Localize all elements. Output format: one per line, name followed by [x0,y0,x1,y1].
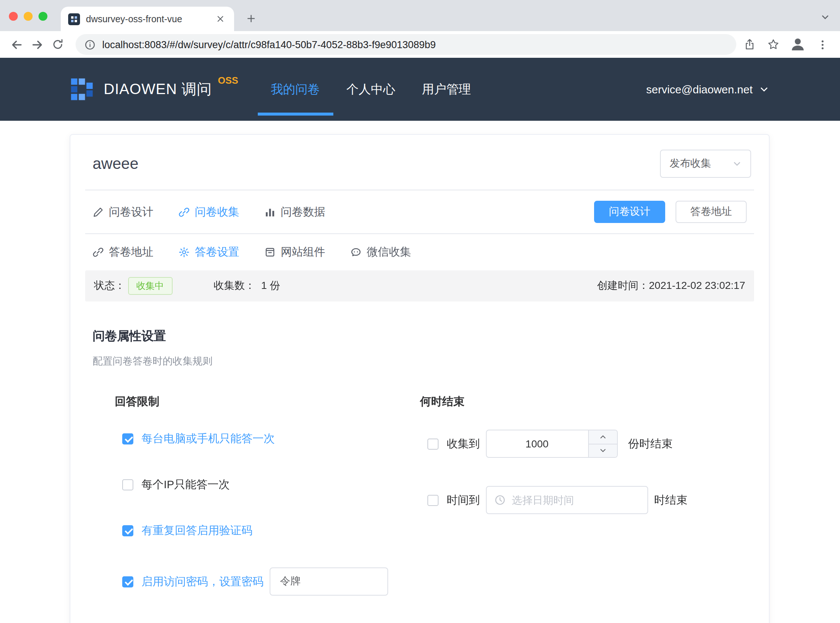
share-button[interactable] [739,34,760,55]
subtab-site-widget[interactable]: 网站组件 [264,245,325,259]
link-icon [93,247,104,258]
end-time-suffix: 时结束 [654,493,687,507]
tab-survey-collect[interactable]: 问卷收集 [178,205,239,219]
status-bar: 状态： 收集中 收集数： 1 份 创建时间： 2021-12-02 23:02:… [85,270,754,301]
browser-tab[interactable]: dwsurvey-oss-front-vue [61,7,234,31]
publish-dropdown[interactable]: 发布收集 [660,150,751,178]
close-tab-icon[interactable] [214,12,227,25]
chevron-up-icon [599,433,607,441]
subtab-wechat-collect[interactable]: 微信收集 [350,245,411,259]
collect-limit-stepper [486,430,618,458]
section-title: 问卷属性设置 [93,328,746,344]
gear-icon [178,247,190,258]
main-content: aweee 发布收集 问卷设计 [0,121,840,623]
answer-url-button[interactable]: 答卷地址 [676,201,746,223]
new-tab-button[interactable] [242,9,261,28]
option-row: 收集到 [428,430,746,458]
browser-menu-button[interactable] [812,34,832,55]
answer-limit-column: 回答限制 每台电脑或手机只能答一次 每个IP只能答一次 有重复回答启用验证码 [115,395,420,623]
option-label[interactable]: 每台电脑或手机只能答一次 [141,431,275,446]
option-row: 每个IP只能答一次 [122,476,420,493]
nav-label: 用户管理 [422,81,471,97]
nav-user-management[interactable]: 用户管理 [409,58,484,121]
subtab-label: 答卷地址 [109,245,153,259]
forward-button[interactable] [27,34,48,55]
end-condition-column: 何时结束 收集到 [420,395,746,623]
option-label[interactable]: 有重复回答启用验证码 [141,523,253,537]
tab-survey-design[interactable]: 问卷设计 [93,205,153,219]
tab-survey-data[interactable]: 问卷数据 [264,205,325,219]
checkbox-collect-limit[interactable] [428,438,438,449]
option-label[interactable]: 收集到 [447,437,480,451]
close-window-button[interactable] [9,12,18,21]
subtab-label: 微信收集 [367,245,411,259]
tab-label: 问卷数据 [281,205,325,219]
survey-design-button[interactable]: 问卷设计 [594,201,665,223]
collect-subtabs: 答卷地址 答卷设置 网站组件 [71,234,769,270]
back-button[interactable] [6,34,27,55]
tab-label: 问卷设计 [109,205,153,219]
survey-title: aweee [93,155,138,173]
checkbox-end-time[interactable] [428,494,438,506]
widget-icon [264,247,276,258]
url-bar[interactable]: localhost:8083/#/dw/survey/c/attr/c98fa1… [75,34,736,55]
subtab-answer-settings[interactable]: 答卷设置 [178,245,239,259]
datetime-input[interactable] [486,486,648,514]
decrement-button[interactable] [589,444,617,457]
collect-limit-suffix: 份时结束 [628,437,673,451]
title-row: aweee 发布收集 [71,135,769,190]
bar-chart-icon [264,206,276,218]
survey-card: aweee 发布收集 问卷设计 [70,134,769,623]
survey-tabs: 问卷设计 问卷收集 问卷数据 问卷设计 答卷地址 [71,190,769,233]
option-label[interactable]: 启用访问密码，设置密码 [141,574,264,589]
window-controls [9,12,48,21]
main-nav: 我的问卷 个人中心 用户管理 [258,58,484,121]
checkbox-one-per-ip[interactable] [122,479,133,490]
nav-my-surveys[interactable]: 我的问卷 [258,58,333,121]
bookmark-star-button[interactable] [763,34,784,55]
subtab-label: 网站组件 [281,245,325,259]
reload-button[interactable] [48,34,68,55]
toolbar-right-cluster [739,33,832,55]
option-row: 启用访问密码，设置密码 [122,568,420,595]
site-info-icon[interactable] [84,39,95,50]
count-value: 1 份 [261,279,280,293]
collect-count: 收集数： 1 份 [214,279,280,293]
minimize-window-button[interactable] [24,12,32,21]
stepper-controls [588,430,617,457]
nav-personal-center[interactable]: 个人中心 [333,58,409,121]
status-label: 状态： [94,279,125,293]
clock-icon [494,494,506,506]
publish-dropdown-value: 发布收集 [670,157,711,170]
brand-badge: OSS [218,75,238,86]
checkbox-access-password[interactable] [122,576,133,587]
subtab-label: 答卷设置 [195,245,239,259]
status-badge: 收集中 [128,277,172,295]
brand: DIAOWEN 调问 OSS [70,58,238,121]
increment-button[interactable] [589,430,617,444]
profile-avatar-icon[interactable] [787,33,809,55]
account-email: service@diaowen.net [646,83,753,95]
checkbox-captcha-on-repeat[interactable] [122,525,133,536]
tab-search-chevron-icon[interactable] [821,11,829,25]
option-row: 时间到 时结束 [428,486,746,514]
section-subtitle: 配置问卷答卷时的收集规则 [93,355,746,368]
account-menu[interactable]: service@diaowen.net [646,58,769,121]
checkbox-one-per-device[interactable] [122,433,133,444]
browser-tab-strip: dwsurvey-oss-front-vue [0,0,840,31]
tab-title: dwsurvey-oss-front-vue [86,14,214,24]
maximize-window-button[interactable] [38,12,48,21]
settings-columns: 回答限制 每台电脑或手机只能答一次 每个IP只能答一次 有重复回答启用验证码 [115,395,746,623]
tab-label: 问卷收集 [195,205,239,219]
answer-limit-heading: 回答限制 [115,395,420,409]
nav-label: 个人中心 [346,81,395,97]
link-icon [178,206,190,218]
chevron-down-icon [759,84,769,94]
subtab-answer-url[interactable]: 答卷地址 [93,245,153,259]
option-label[interactable]: 每个IP只能答一次 [141,477,230,491]
url-text[interactable]: localhost:8083/#/dw/survey/c/attr/c98fa1… [102,39,436,50]
chevron-down-icon [599,447,607,454]
password-input[interactable] [270,568,388,595]
option-label[interactable]: 时间到 [447,493,480,507]
browser-toolbar: localhost:8083/#/dw/survey/c/attr/c98fa1… [0,31,840,58]
